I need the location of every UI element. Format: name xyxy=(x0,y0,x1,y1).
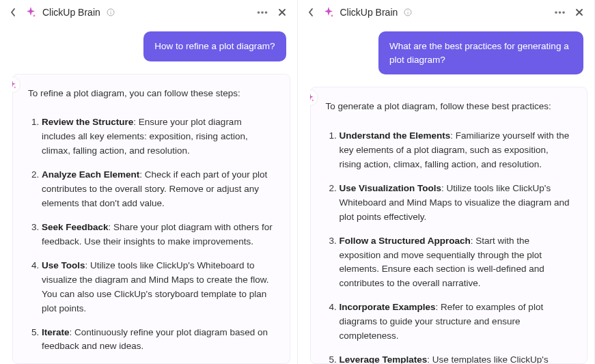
close-icon[interactable] xyxy=(275,5,289,19)
more-icon[interactable]: ••• xyxy=(256,5,270,19)
answer-list-right: Understand the Elements: Familiarize you… xyxy=(326,129,572,364)
sparkle-icon xyxy=(25,6,37,18)
list-item: Seek Feedback: Share your plot diagram w… xyxy=(42,221,275,249)
list-item: Analyze Each Element: Check if each part… xyxy=(42,168,275,211)
page-title: ClickUp Brain xyxy=(340,7,398,18)
list-item: Incorporate Examples: Refer to examples … xyxy=(340,300,572,344)
answer-intro: To generate a plot diagram, follow these… xyxy=(326,100,572,114)
list-item: Use Tools: Utilize tools like ClickUp's … xyxy=(42,259,275,316)
more-icon[interactable]: ••• xyxy=(553,5,567,19)
page-title: ClickUp Brain xyxy=(42,7,100,18)
chat-panel-right: ClickUp Brain i ••• What are the best pr… xyxy=(298,0,596,364)
answer-list-left: Review the Structure: Ensure your plot d… xyxy=(28,115,275,354)
header-left: ClickUp Brain i ••• xyxy=(0,0,297,25)
assistant-answer-card: To generate a plot diagram, follow these… xyxy=(310,87,588,364)
close-icon[interactable] xyxy=(572,5,586,19)
chevron-left-icon[interactable] xyxy=(7,6,19,18)
user-message-bubble: What are the best practices for generati… xyxy=(378,31,583,74)
user-message-row: How to refine a plot diagram? xyxy=(0,25,297,74)
chevron-left-icon[interactable] xyxy=(305,6,317,18)
list-item: Review the Structure: Ensure your plot d… xyxy=(42,115,275,158)
svg-text:i: i xyxy=(110,10,112,16)
answer-intro: To refine a plot diagram, you can follow… xyxy=(28,87,275,101)
user-message-row: What are the best practices for generati… xyxy=(298,25,595,87)
user-message-bubble: How to refine a plot diagram? xyxy=(143,31,286,61)
list-item: Understand the Elements: Familiarize you… xyxy=(340,129,572,172)
sparkle-icon xyxy=(322,6,335,18)
chat-panel-left: ClickUp Brain i ••• How to refine a plot… xyxy=(0,0,298,364)
list-item: Leverage Templates: Use templates like C… xyxy=(340,353,572,364)
assistant-answer-wrap: To refine a plot diagram, you can follow… xyxy=(12,74,290,364)
assistant-answer-card: To refine a plot diagram, you can follow… xyxy=(12,74,290,364)
info-icon[interactable]: i xyxy=(106,8,115,17)
svg-text:i: i xyxy=(407,10,409,16)
header-right: ClickUp Brain i ••• xyxy=(298,0,595,25)
assistant-answer-wrap: To generate a plot diagram, follow these… xyxy=(310,87,588,364)
info-icon[interactable]: i xyxy=(403,8,413,17)
list-item: Use Visualization Tools: Utilize tools l… xyxy=(340,182,572,225)
list-item: Iterate: Continuously refine your plot d… xyxy=(42,326,275,354)
list-item: Follow a Structured Approach: Start with… xyxy=(340,234,572,292)
